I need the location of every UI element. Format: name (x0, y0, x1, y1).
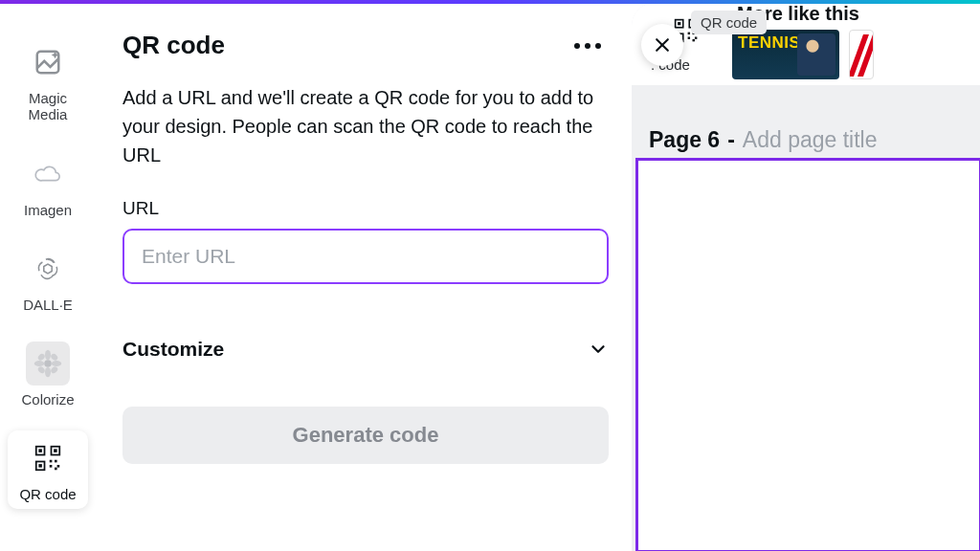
flower-icon (26, 342, 70, 386)
openai-icon (26, 247, 70, 291)
sidebar-item-label: Imagen (24, 202, 72, 218)
svg-point-7 (36, 352, 46, 362)
close-icon (653, 35, 672, 55)
customize-accordion[interactable]: Customize (122, 338, 609, 361)
attachment-strip: . code QR code More like this TENNIS (632, 3, 980, 85)
sidebar-item-imagen[interactable]: Imagen (8, 146, 88, 224)
svg-rect-21 (55, 468, 57, 471)
template-thumbnail[interactable]: TENNIS (732, 30, 839, 79)
sidebar-item-qr-code[interactable]: QR code (8, 430, 88, 508)
panel-description: Add a URL and we'll create a QR code for… (122, 83, 609, 169)
svg-point-10 (50, 365, 59, 375)
sidebar-item-label: DALL·E (23, 297, 73, 313)
svg-rect-14 (54, 450, 57, 453)
qr-panel: QR code Add a URL and we'll create a QR … (96, 0, 632, 551)
svg-point-2 (44, 360, 52, 367)
sidebar-item-label: Colorize (21, 391, 74, 408)
customize-label: Customize (122, 338, 224, 361)
page-title-placeholder[interactable]: Add page title (743, 127, 878, 153)
svg-marker-1 (44, 264, 52, 274)
svg-point-8 (50, 352, 59, 362)
qr-tooltip: QR code (691, 11, 767, 34)
svg-rect-20 (57, 465, 60, 468)
url-field-label: URL (122, 198, 609, 219)
sidebar-item-colorize[interactable]: Colorize (8, 336, 88, 413)
panel-title: QR code (122, 31, 225, 60)
qr-icon (26, 436, 70, 480)
svg-rect-12 (38, 450, 42, 453)
suggestion-thumbnails: TENNIS (732, 30, 874, 79)
svg-rect-19 (50, 465, 53, 468)
url-input[interactable] (122, 229, 609, 284)
sidebar-item-label: QR code (19, 486, 76, 502)
svg-point-6 (52, 361, 62, 366)
svg-rect-30 (688, 37, 690, 39)
page-dash: - (727, 127, 735, 153)
svg-rect-28 (688, 33, 690, 34)
page-indicator[interactable]: Page 6 - Add page title (649, 127, 878, 153)
template-thumbnail[interactable] (849, 30, 874, 79)
design-canvas[interactable] (635, 158, 980, 551)
svg-rect-32 (693, 39, 695, 41)
svg-point-4 (45, 367, 51, 378)
svg-rect-23 (678, 22, 680, 25)
page-number-label: Page 6 (649, 127, 720, 153)
svg-rect-16 (38, 464, 42, 468)
sidebar-item-dalle[interactable]: DALL·E (8, 241, 88, 319)
svg-rect-18 (55, 460, 57, 463)
thumbnail-text: TENNIS (738, 35, 800, 51)
svg-point-5 (34, 361, 45, 366)
generate-code-button[interactable]: Generate code (122, 407, 609, 464)
close-panel-button[interactable] (641, 24, 683, 66)
canvas-area: . code QR code More like this TENNIS Pag… (632, 3, 980, 551)
cloud-icon (26, 152, 70, 196)
sidebar-item-label: Magic Media (8, 90, 88, 123)
magic-media-icon (26, 40, 70, 84)
more-options-button[interactable] (567, 35, 609, 56)
tool-sidebar: Magic Media Imagen DALL·E (0, 0, 96, 551)
chevron-down-icon (588, 339, 609, 360)
svg-rect-31 (695, 37, 697, 39)
svg-rect-17 (50, 460, 53, 463)
svg-point-3 (45, 350, 51, 361)
svg-point-9 (36, 365, 46, 375)
sidebar-item-magic-media[interactable]: Magic Media (8, 34, 88, 129)
